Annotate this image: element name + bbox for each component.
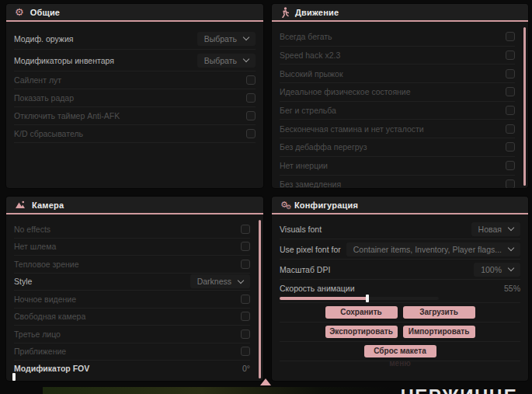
dropdown-row: Модификаторы инвентаряВыбрать [14,50,256,71]
panel-movement: Движение Всегда бегатьSpeed hack x2.3Выс… [272,4,528,188]
slider-handle[interactable] [366,295,369,302]
scrollbar[interactable] [259,220,261,378]
dropdown-value: Новая [478,225,502,234]
checkbox-label: Сайлент лут [14,75,61,85]
slider-handle[interactable] [12,373,16,381]
panel-movement-title: Движение [295,8,339,17]
checkbox-label: Speed hack x2.3 [280,51,340,60]
dropdown[interactable]: Container items, Inventory, Player flags… [346,242,520,256]
load-button[interactable]: Загрузить [403,306,475,319]
running-icon [280,7,289,18]
checkbox[interactable] [241,242,250,251]
checkbox[interactable] [506,69,515,78]
dropdown[interactable]: Darkness [190,274,250,288]
chevron-down-icon [238,277,244,284]
checkbox[interactable] [506,87,515,96]
fov-row: Модификатор FOV0° [14,361,250,378]
checkbox[interactable] [506,142,515,152]
checkbox[interactable] [246,75,256,85]
buttons-row: Сброс макета меню [280,342,520,361]
panel-camera-body: No effectsНет шлемаТепловое зрениеStyleD… [6,214,263,379]
dropdown-value: Выбрать [204,34,237,44]
checkbox-label: Ночное видение [14,295,76,304]
slider-track[interactable] [14,375,173,378]
dropdown-row: Модиф. оружияВыбрать [14,28,256,50]
save-button[interactable]: Сохранить [325,306,398,319]
panel-general-header: ⚙ Общие [6,4,263,22]
gears-icon: ⚙⚙ [280,200,288,209]
checkbox-row: Ночное видение [14,291,250,309]
cursor-icon [260,378,271,385]
checkbox-row: Отключить таймер Anti-AFK [14,107,256,125]
checkbox-label: No effects [14,225,50,234]
checkbox-label: Бесконечная стамина и нет усталости [280,124,424,134]
image-icon [15,200,26,209]
panel-camera-title: Камера [32,200,64,210]
dropdown-label: Visuals font [280,225,322,234]
checkbox-row: Speed hack x2.3 [280,47,515,65]
checkbox[interactable] [241,312,250,321]
checkbox-row: Идеальное физическое состояние [280,83,515,102]
checkbox-row: Нет шлема [14,239,250,256]
slider-track[interactable] [280,297,439,300]
checkbox-row: Высокий прыжок [280,65,515,83]
panel-general: ⚙ Общие Модиф. оружияВыбратьМодификаторы… [6,4,263,188]
buttons-row: ЭкспортироватьИмпортировать [280,323,520,342]
slider-fill [280,297,367,300]
checkbox-row: No effects [14,221,250,239]
dropdown[interactable]: Новая [471,222,520,236]
dropdown-value: 100% [481,265,502,274]
checkbox[interactable] [246,111,256,120]
dropdown-label: Модиф. оружия [14,34,73,44]
checkbox-row: Без дебаффа перегруз [280,138,515,157]
watermark-text: ЧЕРЖИНЦЕ [401,385,517,394]
checkbox-label: Нет шлема [14,242,56,251]
checkbox-label: Свободная камера [14,312,85,321]
checkbox[interactable] [506,161,515,170]
checkbox[interactable] [241,329,250,339]
import-button[interactable]: Импортировать [403,326,475,339]
background-glow [43,387,392,394]
button-row: ЭкспортироватьИмпортировать [280,326,520,339]
checkbox[interactable] [241,225,250,234]
dropdown[interactable]: 100% [474,263,520,277]
checkbox-row: Приближение [14,343,250,361]
panel-config-body: Visuals fontНоваяUse pixel font forConta… [272,214,528,379]
checkbox[interactable] [506,106,515,115]
dropdown-value: Darkness [197,277,231,286]
checkbox-label: Третье лицо [14,329,61,339]
panel-config-header: ⚙⚙ Конфигурация [272,197,528,214]
chevron-down-icon [243,34,249,40]
dropdown[interactable]: Выбрать [197,32,256,46]
checkbox[interactable] [241,295,250,304]
export-button[interactable]: Экспортировать [325,326,398,339]
dropdown-row: Visuals fontНовая [280,219,520,239]
checkbox[interactable] [506,32,515,41]
panel-config-title: Конфигурация [294,200,358,210]
checkbox-label: Нет инерции [280,161,328,170]
reset-menu-layout-button[interactable]: Сброс макета меню [364,345,436,358]
checkbox-row: Бесконечная стамина и нет усталости [280,120,515,138]
checkbox[interactable] [241,347,250,356]
checkbox-label: Приближение [14,347,66,356]
scrollbar[interactable] [523,27,526,186]
dropdown-label: Style [14,277,32,286]
slider-row-top: Модификатор FOV0° [14,364,250,373]
panel-camera-header: Камера [6,197,263,214]
slider-value: 0° [242,364,250,373]
checkbox[interactable] [246,93,256,103]
checkbox[interactable] [246,129,256,138]
checkbox[interactable] [506,51,515,60]
checkbox-row: Третье лицо [14,326,250,343]
checkbox-row: K/D сбрасыватель [14,125,256,143]
checkbox-row: Сайлент лут [14,71,256,89]
slider-label: Скорость анимации [280,284,355,293]
checkbox[interactable] [241,260,250,269]
dropdown-value: Выбрать [204,56,237,65]
dropdown-value: Container items, Inventory, Player flags… [353,245,502,254]
checkbox-label: Высокий прыжок [280,69,343,78]
slider-label: Модификатор FOV [14,364,89,373]
dropdown[interactable]: Выбрать [197,54,256,68]
checkbox[interactable] [506,124,515,134]
checkbox[interactable] [506,180,515,188]
